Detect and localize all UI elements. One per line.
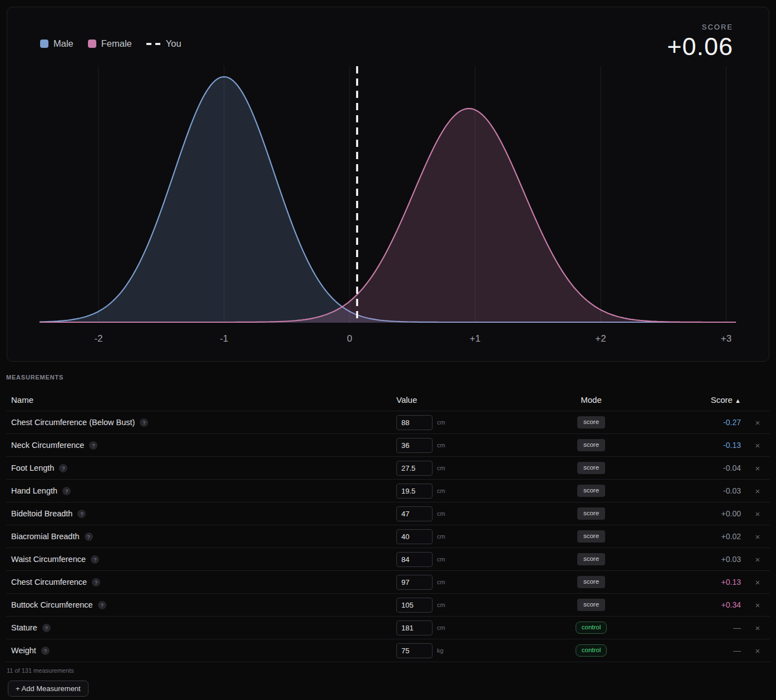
help-icon[interactable]: ? — [98, 601, 106, 609]
measurement-name: Chest Circumference — [11, 578, 87, 586]
mode-badge[interactable]: score — [577, 553, 605, 565]
score-value: +0.03 — [721, 555, 741, 564]
add-measurement-button[interactable]: + Add Measurement — [8, 681, 89, 697]
remove-row-icon[interactable]: × — [755, 623, 760, 633]
mode-badge[interactable]: score — [577, 439, 605, 451]
remove-row-icon[interactable]: × — [755, 418, 760, 427]
legend-male: Male — [40, 38, 73, 49]
remove-row-icon[interactable]: × — [755, 441, 760, 450]
chart-legend: Male Female You — [40, 38, 181, 49]
remove-row-icon[interactable]: × — [755, 486, 760, 496]
measurement-unit: cm — [437, 602, 445, 608]
score-value: +0.13 — [721, 578, 741, 586]
mode-badge[interactable]: score — [577, 485, 605, 497]
table-row: Neck Circumference ? cm score -0.13 × — [6, 434, 770, 457]
score-block: SCORE +0.06 — [667, 23, 733, 61]
mode-badge[interactable]: score — [577, 507, 605, 520]
help-icon[interactable]: ? — [59, 464, 67, 472]
measurement-unit: cm — [437, 533, 445, 540]
score-label: SCORE — [667, 23, 733, 31]
help-icon[interactable]: ? — [140, 418, 148, 427]
svg-text:-1: -1 — [220, 333, 228, 344]
svg-text:-2: -2 — [94, 333, 102, 344]
svg-text:+1: +1 — [470, 333, 480, 344]
measurement-name: Stature — [11, 623, 37, 632]
measurement-value-input[interactable] — [396, 461, 433, 476]
measurements-count: 11 of 131 measurements — [7, 667, 770, 674]
help-icon[interactable]: ? — [42, 624, 51, 632]
remove-row-icon[interactable]: × — [755, 600, 760, 610]
measurement-name: Waist Circumference — [11, 555, 86, 564]
measurement-value-input[interactable] — [396, 438, 433, 453]
measurement-value-input[interactable] — [396, 575, 433, 590]
measurements-section: MEASUREMENTS Name Value Mode Score ▲ Che… — [6, 374, 770, 697]
score-value: — — [733, 623, 741, 632]
score-value: — — [733, 646, 741, 655]
remove-row-icon[interactable]: × — [755, 646, 760, 655]
measurement-value-input[interactable] — [396, 484, 433, 499]
legend-male-label: Male — [53, 38, 73, 49]
measurement-unit: cm — [437, 487, 445, 494]
header-score[interactable]: Score ▲ — [630, 395, 745, 405]
header-value: Value — [396, 395, 552, 405]
measurement-value-input[interactable] — [396, 529, 433, 544]
table-header: Name Value Mode Score ▲ — [6, 388, 770, 411]
mode-badge[interactable]: control — [576, 644, 607, 657]
table-row: Buttock Circumference ? cm score +0.34 × — [6, 594, 770, 617]
help-icon[interactable]: ? — [89, 441, 97, 450]
remove-row-icon[interactable]: × — [755, 578, 760, 587]
measurement-value-input[interactable] — [396, 415, 433, 430]
measurement-value-input[interactable] — [396, 598, 433, 613]
distribution-chart: -2-10+1+2+3 — [7, 7, 769, 361]
mode-badge[interactable]: score — [577, 416, 605, 428]
help-icon[interactable]: ? — [41, 647, 50, 655]
distribution-chart-card: -2-10+1+2+3 Male Female You SCORE +0.06 — [7, 7, 769, 362]
measurement-unit: cm — [437, 556, 445, 563]
dashed-line-icon — [146, 42, 161, 46]
measurements-body: Chest Circumference (Below Bust) ? cm sc… — [6, 411, 770, 662]
measurement-name: Hand Length — [11, 486, 57, 495]
mode-badge[interactable]: score — [577, 599, 605, 611]
svg-text:0: 0 — [347, 333, 352, 344]
measurement-value-input[interactable] — [396, 552, 433, 567]
mode-badge[interactable]: score — [577, 462, 605, 474]
measurement-unit: cm — [437, 419, 445, 426]
mode-badge[interactable]: score — [577, 576, 605, 588]
measurement-value-input[interactable] — [396, 643, 433, 658]
legend-female: Female — [88, 38, 132, 49]
mode-badge[interactable]: score — [577, 530, 605, 543]
male-swatch-icon — [40, 40, 48, 48]
score-value: +0.02 — [721, 532, 741, 541]
measurement-name: Bideltoid Breadth — [11, 509, 72, 518]
measurements-section-label: MEASUREMENTS — [6, 374, 770, 381]
measurement-unit: cm — [437, 465, 445, 471]
measurement-name: Foot Length — [11, 464, 54, 472]
remove-row-icon[interactable]: × — [755, 532, 760, 541]
measurement-unit: cm — [437, 624, 445, 631]
help-icon[interactable]: ? — [62, 487, 71, 495]
measurement-name: Neck Circumference — [11, 441, 84, 450]
help-icon[interactable]: ? — [92, 578, 100, 586]
table-row: Bideltoid Breadth ? cm score +0.00 × — [6, 502, 770, 525]
help-icon[interactable]: ? — [77, 510, 86, 518]
legend-you-label: You — [166, 38, 181, 49]
table-row: Hand Length ? cm score -0.03 × — [6, 480, 770, 502]
measurement-unit: cm — [437, 510, 445, 517]
measurement-name: Weight — [11, 646, 36, 655]
score-value: -0.03 — [723, 486, 741, 495]
score-value-display: +0.06 — [667, 32, 733, 61]
help-icon[interactable]: ? — [85, 533, 93, 541]
remove-row-icon[interactable]: × — [755, 509, 760, 519]
sort-ascending-icon: ▲ — [735, 397, 741, 404]
table-row: Waist Circumference ? cm score +0.03 × — [6, 548, 770, 571]
measurement-value-input[interactable] — [396, 506, 433, 521]
help-icon[interactable]: ? — [91, 555, 99, 564]
score-value: -0.13 — [723, 441, 741, 450]
svg-text:+2: +2 — [595, 333, 606, 344]
remove-row-icon[interactable]: × — [755, 555, 760, 564]
measurement-value-input[interactable] — [396, 620, 433, 635]
remove-row-icon[interactable]: × — [755, 464, 760, 473]
table-row: Foot Length ? cm score -0.04 × — [6, 457, 770, 480]
mode-badge[interactable]: control — [576, 622, 607, 634]
measurement-unit: cm — [437, 579, 445, 585]
